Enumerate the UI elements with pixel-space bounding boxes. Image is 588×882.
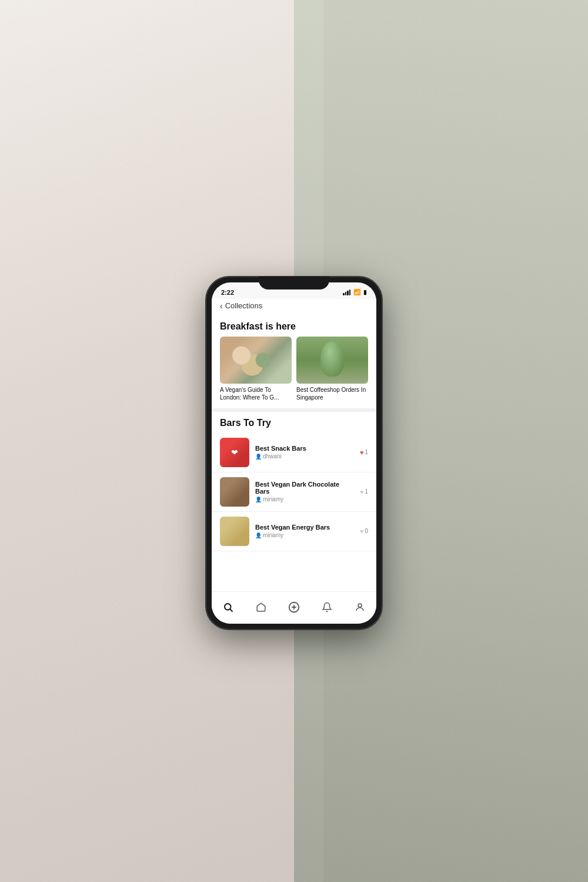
thumb-1 [220, 438, 249, 467]
nav-notifications[interactable] [316, 597, 338, 618]
article-title-2: Best Coffeeshop Orders In Singapore [296, 386, 368, 401]
list-item-2[interactable]: Best Vegan Dark Chocolate Bars 👤 miriamy… [212, 472, 376, 512]
article-card-1[interactable]: A Vegan's Guide To London: Where To G... [220, 337, 292, 401]
search-icon [223, 602, 233, 613]
bars-section-title: Bars To Try [212, 412, 376, 433]
breakfast-section-title: Breakfast is here [212, 315, 376, 337]
author-name-1: dhwani [263, 453, 282, 460]
wifi-icon: 📶 [353, 289, 360, 295]
nav-home[interactable] [250, 597, 272, 618]
battery-icon: ▮ [363, 289, 367, 295]
phone-screen: 2:22 📶 ▮ ‹ Collections [212, 282, 376, 624]
list-item-1[interactable]: Best Snack Bars 👤 dhwani ♥ 1 [212, 433, 376, 472]
author-icon-3: 👤 [255, 532, 262, 538]
bell-icon [322, 602, 332, 613]
heart-count-1[interactable]: ♥ 1 [360, 449, 368, 456]
list-author-3: 👤 miriamy [255, 532, 354, 538]
phone-mockup: 2:22 📶 ▮ ‹ Collections [206, 277, 382, 630]
back-chevron-icon: ‹ [220, 301, 223, 311]
list-item-3[interactable]: Best Vegan Energy Bars 👤 miriamy ♥ 0 [212, 512, 376, 551]
list-title-3: Best Vegan Energy Bars [255, 524, 354, 531]
home-icon [256, 602, 266, 613]
status-time: 2:22 [221, 289, 234, 296]
svg-point-0 [225, 604, 231, 610]
main-content: Breakfast is here A Vegan's Guide To Lon… [212, 315, 376, 591]
green-drink-image [296, 337, 368, 384]
phone-frame: 2:22 📶 ▮ ‹ Collections [206, 277, 382, 630]
article-image-1 [220, 337, 292, 384]
heart-num-3: 0 [365, 528, 368, 534]
back-navigation[interactable]: ‹ Collections [220, 301, 368, 311]
list-info-1: Best Snack Bars 👤 dhwani [255, 445, 354, 460]
energy-bars-image [220, 517, 249, 546]
nav-add[interactable] [283, 597, 305, 618]
list-author-1: 👤 dhwani [255, 453, 354, 460]
nav-profile[interactable] [349, 597, 370, 618]
heart-count-3[interactable]: ♥ 0 [360, 528, 368, 535]
notch [259, 277, 329, 289]
heart-icon-3: ♥ [360, 528, 364, 535]
signal-icon [343, 289, 350, 295]
list-author-2: 👤 miriamy [255, 496, 354, 502]
food-bowls-image [220, 337, 292, 384]
header: ‹ Collections [212, 299, 376, 315]
list-title-2: Best Vegan Dark Chocolate Bars [255, 481, 354, 495]
article-title-1: A Vegan's Guide To London: Where To G... [220, 386, 292, 401]
author-name-2: miriamy [263, 496, 283, 502]
article-image-2 [296, 337, 368, 384]
heart-icon-2: ♥ [360, 488, 364, 495]
heart-num-1: 1 [365, 449, 368, 455]
list-info-2: Best Vegan Dark Chocolate Bars 👤 miriamy [255, 481, 354, 502]
heart-num-2: 1 [365, 488, 368, 495]
author-icon-1: 👤 [255, 454, 262, 460]
svg-line-1 [230, 609, 232, 611]
choc-bars-image [220, 477, 249, 507]
author-name-3: miriamy [263, 532, 283, 538]
thumb-2 [220, 477, 249, 507]
list-title-1: Best Snack Bars [255, 445, 354, 452]
nav-search[interactable] [218, 597, 239, 618]
status-icons: 📶 ▮ [343, 289, 367, 295]
thumb-3 [220, 517, 249, 546]
snack-bars-image [220, 438, 249, 467]
svg-point-5 [358, 604, 362, 607]
profile-icon [355, 602, 365, 613]
author-icon-2: 👤 [255, 497, 262, 502]
heart-count-2[interactable]: ♥ 1 [360, 488, 368, 495]
back-label: Collections [225, 301, 263, 310]
bottom-nav [212, 591, 376, 624]
list-info-3: Best Vegan Energy Bars 👤 miriamy [255, 524, 354, 538]
articles-grid: A Vegan's Guide To London: Where To G...… [212, 337, 376, 408]
add-icon [288, 601, 300, 614]
article-card-2[interactable]: Best Coffeeshop Orders In Singapore [296, 337, 368, 401]
heart-icon-1: ♥ [360, 449, 364, 456]
